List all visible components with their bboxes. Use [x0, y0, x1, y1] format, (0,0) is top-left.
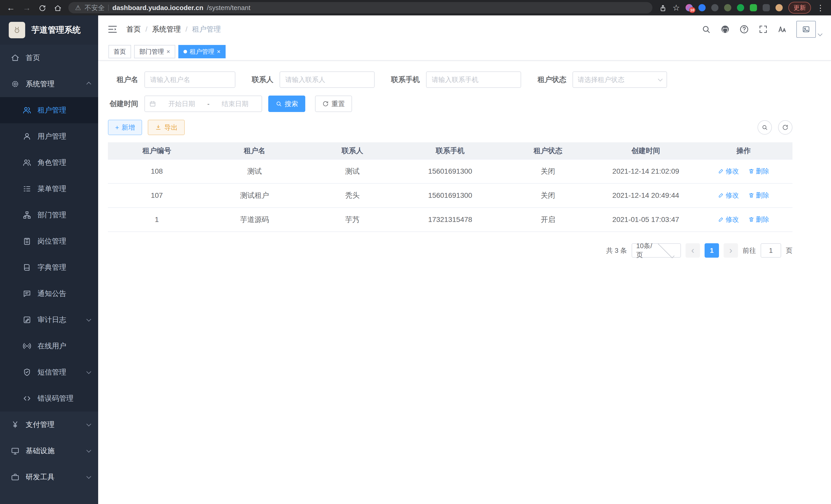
sidebar-item-post-management[interactable]: 岗位管理: [0, 228, 98, 254]
refresh-table-button[interactable]: [778, 120, 793, 135]
extension-icon[interactable]: [724, 4, 731, 11]
sidebar-item-audit-log[interactable]: 审计日志: [0, 307, 98, 333]
search-button[interactable]: 搜索: [268, 95, 305, 112]
sidebar-item-dept-management[interactable]: 部门管理: [0, 202, 98, 228]
table-toolbar: + 新增 导出: [108, 120, 793, 135]
cell-status: 关闭: [499, 159, 597, 183]
close-icon[interactable]: ×: [217, 48, 221, 55]
browser-profile-avatar[interactable]: [775, 4, 783, 11]
font-size-icon[interactable]: [777, 24, 787, 34]
page-size-select[interactable]: 10条/页: [632, 243, 681, 258]
bookmark-star-icon[interactable]: ☆: [672, 4, 680, 12]
active-dot: [183, 50, 187, 53]
tab-home[interactable]: 首页: [109, 45, 131, 58]
sidebar-item-role-management[interactable]: 角色管理: [0, 149, 98, 176]
sidebar-item-notice[interactable]: 通知公告: [0, 280, 98, 307]
sidebar-item-tenant-management[interactable]: 租户管理: [0, 97, 98, 123]
breadcrumb-separator: /: [185, 25, 188, 33]
sidebar-item-sms-management[interactable]: 短信管理: [0, 359, 98, 385]
sidebar-item-label: 部门管理: [37, 210, 66, 220]
search-icon: [276, 100, 282, 107]
search-icon[interactable]: [701, 24, 711, 34]
sidebar-item-dict-management[interactable]: 字典管理: [0, 254, 98, 280]
tenant-status-label: 租户状态: [538, 75, 566, 85]
url-bar[interactable]: ⚠ 不安全 dashboard.yudao.iocoder.cn /system…: [68, 2, 652, 13]
extension-icon[interactable]: [750, 4, 757, 11]
delete-link[interactable]: 删除: [748, 167, 769, 176]
tenant-name-input[interactable]: [144, 71, 235, 88]
sidebar-item-error-code-management[interactable]: 错误码管理: [0, 385, 98, 412]
browser-home-icon[interactable]: [54, 3, 62, 12]
edit-link[interactable]: 修改: [718, 191, 739, 200]
contact-input[interactable]: [280, 71, 375, 88]
tab-dept-management[interactable]: 部门管理 ×: [134, 45, 175, 58]
contact-phone-input[interactable]: [426, 71, 521, 88]
reset-button-label: 重置: [332, 99, 345, 109]
toggle-search-button[interactable]: [757, 120, 772, 135]
sidebar-item-label: 审计日志: [37, 315, 66, 325]
add-button[interactable]: + 新增: [108, 120, 142, 135]
refresh-icon[interactable]: [38, 3, 46, 12]
cell-phone: 15601691300: [401, 159, 499, 183]
chevron-down-icon: [86, 369, 91, 374]
table-row: 107 测试租户 秃头 15601691300 关闭 2021-12-14 20…: [108, 183, 793, 208]
prev-page-button[interactable]: ‹: [686, 243, 700, 258]
export-button-label: 导出: [164, 123, 177, 132]
date-range-picker[interactable]: 开始日期 - 结束日期: [144, 95, 262, 112]
sidebar-item-user-management[interactable]: 用户管理: [0, 123, 98, 149]
sidebar-item-label: 岗位管理: [37, 236, 66, 246]
puzzle-extensions-icon[interactable]: [763, 4, 770, 11]
create-time-label: 创建时间: [108, 99, 138, 109]
sidebar-item-home[interactable]: 首页: [0, 45, 98, 71]
extension-icon[interactable]: [698, 4, 706, 11]
next-page-button[interactable]: ›: [724, 243, 738, 258]
filter-contact: 联系人: [252, 71, 375, 88]
extension-icon[interactable]: [711, 4, 718, 11]
sidebar-item-label: 基础设施: [26, 446, 55, 456]
page-number-button[interactable]: 1: [705, 243, 719, 258]
sidebar-item-system-management[interactable]: 系统管理: [0, 71, 98, 97]
sidebar-item-infrastructure[interactable]: 基础设施: [0, 438, 98, 464]
extension-icon[interactable]: 10: [686, 4, 693, 11]
sidebar-item-menu-management[interactable]: 菜单管理: [0, 176, 98, 202]
cell-operations: 修改 删除: [694, 159, 793, 183]
chevron-down-icon: [658, 77, 662, 81]
share-icon[interactable]: [659, 3, 667, 12]
extension-icon[interactable]: [737, 4, 744, 11]
chevron-down-icon: [86, 474, 91, 479]
browser-update-button[interactable]: 更新: [789, 2, 811, 13]
sidebar-item-dev-tools[interactable]: 研发工具: [0, 464, 98, 490]
delete-link[interactable]: 删除: [748, 191, 769, 200]
plus-icon: +: [115, 124, 119, 131]
github-icon[interactable]: [720, 24, 730, 34]
breadcrumb-home[interactable]: 首页: [126, 24, 141, 34]
browser-menu-icon[interactable]: ⋮: [816, 3, 824, 12]
refresh-icon: [322, 100, 329, 107]
filter-row-2: 创建时间 开始日期 - 结束日期 搜索 重置: [108, 95, 793, 112]
users-icon: [23, 158, 31, 167]
download-icon: [155, 124, 162, 131]
sidebar-item-online-users[interactable]: 在线用户: [0, 333, 98, 359]
breadcrumb-system[interactable]: 系统管理: [152, 24, 181, 34]
table-header-row: 租户编号 租户名 联系人 联系手机 租户状态 创建时间 操作: [108, 142, 793, 159]
end-date-placeholder: 结束日期: [212, 99, 257, 109]
reset-button[interactable]: 重置: [315, 95, 352, 112]
edit-link[interactable]: 修改: [718, 215, 739, 224]
edit-link[interactable]: 修改: [718, 167, 739, 176]
delete-link[interactable]: 删除: [748, 215, 769, 224]
goto-page-input[interactable]: [761, 243, 781, 258]
tenant-status-select[interactable]: 请选择租户状态: [573, 71, 667, 88]
cell-phone: 15601691300: [401, 183, 499, 208]
back-icon[interactable]: ←: [7, 4, 15, 12]
edit-label: 修改: [726, 191, 739, 200]
tab-tenant-management[interactable]: 租户管理 ×: [178, 45, 226, 58]
help-icon[interactable]: [739, 24, 749, 34]
export-button[interactable]: 导出: [148, 120, 185, 135]
security-warning-icon: ⚠: [75, 4, 81, 12]
user-avatar[interactable]: [796, 21, 822, 38]
sidebar-item-payment-management[interactable]: 支付管理: [0, 412, 98, 438]
sidebar-collapse-icon[interactable]: [107, 24, 118, 34]
forward-icon[interactable]: →: [23, 4, 31, 12]
fullscreen-icon[interactable]: [758, 24, 768, 34]
close-icon[interactable]: ×: [167, 48, 170, 55]
